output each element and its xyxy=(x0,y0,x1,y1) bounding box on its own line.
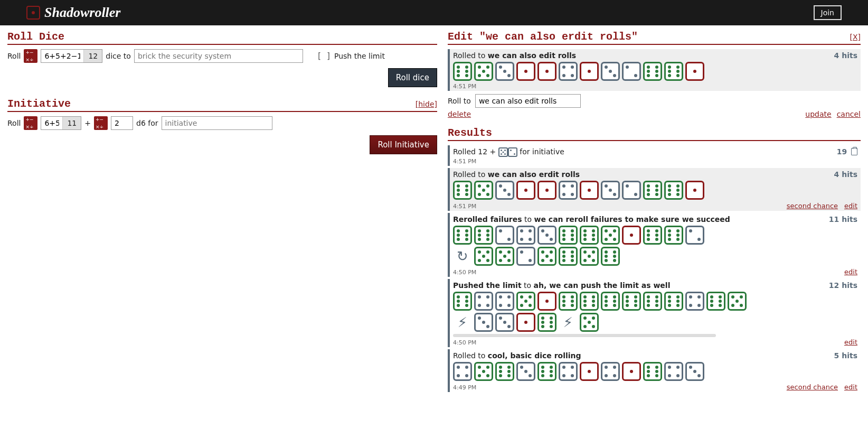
ini-base-input: 11 xyxy=(41,116,81,130)
die-5 xyxy=(495,247,514,266)
dice-row: ↻ xyxy=(453,247,857,266)
die-1 xyxy=(685,181,704,200)
result-card: Pushed the limit to ah, we can push the … xyxy=(448,279,861,347)
push-limit-label: Push the limit xyxy=(334,52,385,60)
die-2 xyxy=(495,226,514,245)
die-1 xyxy=(580,181,599,200)
plus-label: + xyxy=(84,119,91,127)
dice-to-label: dice to xyxy=(106,52,131,60)
roll-title-input[interactable] xyxy=(134,49,303,63)
die-2 xyxy=(622,181,641,200)
edit-card-dice xyxy=(453,62,857,81)
die-3 xyxy=(516,362,535,381)
die-1 xyxy=(622,226,641,245)
dice-expr-field[interactable] xyxy=(41,50,83,62)
second-chance-link[interactable]: second chance xyxy=(787,383,838,391)
die-3 xyxy=(495,62,514,81)
dice-row xyxy=(453,181,857,200)
app-title: Shadowroller xyxy=(44,5,121,21)
roll-dice-title: Roll Dice xyxy=(7,31,437,45)
roll-dice-button[interactable]: Roll dice xyxy=(388,68,437,87)
die-3 xyxy=(537,226,556,245)
push-limit-checkbox[interactable]: [ ] xyxy=(317,51,331,61)
die-1 xyxy=(537,62,556,81)
clipboard-icon[interactable] xyxy=(851,148,857,155)
die-4 xyxy=(685,292,704,311)
die-6 xyxy=(643,62,662,81)
edit-link[interactable]: edit xyxy=(844,338,857,346)
die-1 xyxy=(537,292,556,311)
die-6 xyxy=(622,292,641,311)
die-3 xyxy=(474,313,493,332)
d6-for-label: d6 for xyxy=(136,119,158,127)
hits-count: 5 hits xyxy=(834,351,857,360)
ini-base-field[interactable] xyxy=(41,117,62,129)
bolt-icon: ⚡ xyxy=(453,313,472,332)
roll-label: Roll xyxy=(7,52,21,60)
initiative-score: 19 xyxy=(837,147,857,156)
die-6 xyxy=(643,362,662,381)
second-chance-link[interactable]: second chance xyxy=(787,202,838,210)
die-4 xyxy=(559,181,578,200)
die-6 xyxy=(559,226,578,245)
die-3 xyxy=(601,62,620,81)
hide-initiative-link[interactable]: [hide] xyxy=(416,100,437,108)
ini-dice-field[interactable] xyxy=(111,117,133,129)
result-time: 4:51 PM xyxy=(453,203,476,210)
result-time: 4:50 PM xyxy=(453,269,476,276)
die-6 xyxy=(580,226,599,245)
dice-row xyxy=(453,362,857,381)
cancel-link[interactable]: cancel xyxy=(837,110,861,118)
die-5 xyxy=(474,247,493,266)
edit-card-prefix: Rolled to xyxy=(453,51,488,60)
result-description: Rerolled failures to we can reroll failu… xyxy=(453,215,825,224)
die-5 xyxy=(601,226,620,245)
die-1 xyxy=(537,181,556,200)
die-6 xyxy=(453,226,472,245)
join-button[interactable]: Join xyxy=(814,5,842,20)
horizontal-scrollbar[interactable] xyxy=(453,334,857,337)
die-6 xyxy=(601,247,620,266)
calculator-icon[interactable] xyxy=(24,116,37,130)
result-card: Rerolled failures to we can reroll failu… xyxy=(448,213,861,277)
result-description: Rolled to cool, basic dice rolling xyxy=(453,351,830,360)
result-time: 4:49 PM xyxy=(453,384,476,391)
dice-row xyxy=(453,226,857,245)
app-logo: Shadowroller xyxy=(26,5,121,21)
die-6 xyxy=(664,292,683,311)
die-6 xyxy=(559,292,578,311)
die-6 xyxy=(453,62,472,81)
die-6 xyxy=(643,181,662,200)
dice-row: ⚡⚡ xyxy=(453,313,857,332)
ini-title-input[interactable] xyxy=(162,116,272,130)
results-list: Rolled 12 + for initiative19 4:51 PMRoll… xyxy=(448,145,861,392)
die-5 xyxy=(474,362,493,381)
dice-row xyxy=(453,292,857,311)
update-link[interactable]: update xyxy=(805,110,831,118)
die-6 xyxy=(664,181,683,200)
roll-to-input[interactable] xyxy=(475,94,581,108)
die-6 xyxy=(643,226,662,245)
die-6 xyxy=(537,313,556,332)
calculator-icon[interactable] xyxy=(24,49,37,63)
result-time: 4:50 PM xyxy=(453,339,476,346)
die-2 xyxy=(508,147,517,157)
ini-roll-label: Roll xyxy=(7,119,21,127)
die-2 xyxy=(685,226,704,245)
die-6 xyxy=(495,362,514,381)
edit-link[interactable]: edit xyxy=(844,202,857,210)
die-4 xyxy=(474,292,493,311)
die-1 xyxy=(580,362,599,381)
roll-initiative-button[interactable]: Roll Initiative xyxy=(370,135,437,154)
dice-logo-icon xyxy=(26,6,40,20)
dice-expression-input: 12 xyxy=(41,49,102,63)
die-4 xyxy=(516,226,535,245)
close-edit-link[interactable]: [X] xyxy=(850,33,861,41)
delete-link[interactable]: delete xyxy=(448,110,471,118)
edit-link[interactable]: edit xyxy=(844,383,857,391)
die-6 xyxy=(643,292,662,311)
die-5 xyxy=(516,292,535,311)
result-card: Rolled to we can also erdit rolls4 hits4… xyxy=(448,168,861,211)
calculator-icon[interactable] xyxy=(94,116,108,130)
edit-link[interactable]: edit xyxy=(844,268,857,276)
